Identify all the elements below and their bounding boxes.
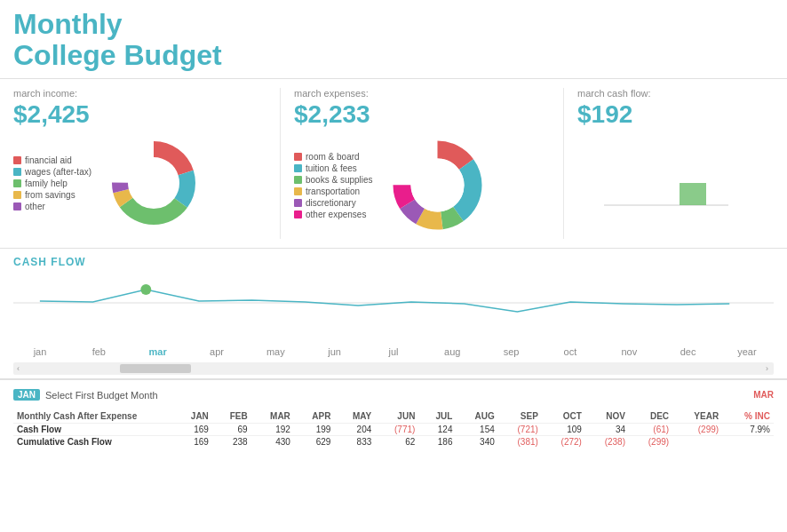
month-nov: nov	[602, 346, 656, 357]
select-month-text: Select First Budget Month	[45, 390, 158, 401]
legend-item: financial aid	[13, 155, 91, 165]
cell-cum-year	[672, 436, 722, 449]
svg-rect-14	[680, 183, 706, 205]
col-header-aug: AUG	[456, 409, 497, 424]
cell-cum-aug: 340	[456, 436, 497, 449]
cell-cashflow-nov: 34	[585, 424, 629, 436]
table-row: Cash Flow 169 69 192 199 204 (771) 124 1…	[13, 424, 774, 436]
cell-cashflow-mar: 192	[251, 424, 294, 436]
month-sep: sep	[485, 346, 538, 357]
row-cashflow-label: Cash Flow	[13, 424, 173, 436]
legend-color	[13, 179, 21, 187]
col-header-year: YEAR	[672, 409, 722, 424]
line-chart-svg	[13, 272, 774, 334]
cell-cum-jan: 169	[173, 436, 212, 449]
cell-cashflow-dec: (61)	[629, 424, 672, 436]
col-header-apr: APR	[294, 409, 335, 424]
month-jun: jun	[308, 346, 362, 357]
expenses-chart-row: room & board tuition & fees books & supp…	[294, 134, 550, 239]
row-cumulative-label: Cumulative Cash Flow	[13, 436, 173, 449]
cell-cum-pct	[722, 436, 774, 449]
legend-item: books & supplies	[294, 175, 373, 185]
legend-item: tuition & fees	[294, 163, 373, 173]
table-row: Cumulative Cash Flow 169 238 430 629 833…	[13, 436, 774, 449]
legend-color	[294, 164, 302, 172]
col-header-feb: FEB	[212, 409, 251, 424]
cell-cum-may: 833	[334, 436, 375, 449]
month-may: may	[249, 346, 302, 357]
legend-color	[13, 202, 21, 210]
cell-cashflow-feb: 69	[212, 424, 251, 436]
scroll-left-arrow[interactable]: ‹	[13, 364, 23, 373]
income-label: march income:	[13, 88, 280, 99]
line-chart-area	[13, 272, 774, 343]
cell-cum-sep: (381)	[498, 436, 542, 449]
month-jan: jan	[13, 346, 67, 357]
expenses-panel: march expenses: $2,233 room & board tuit…	[280, 88, 564, 239]
legend-item: room & board	[294, 152, 373, 162]
mar-pct-header: MAR	[753, 390, 774, 400]
table-header-row: JAN Select First Budget Month MAR	[13, 385, 774, 404]
cashflow-amount: $192	[577, 100, 768, 129]
income-panel: march income: $2,425 financial aid wages…	[13, 88, 280, 234]
legend-item: family help	[13, 179, 91, 188]
svg-point-5	[129, 158, 179, 208]
scroll-right-arrow[interactable]: ›	[762, 364, 772, 373]
cell-cum-mar: 430	[251, 436, 294, 449]
cashflow-panel: march cash flow: $192	[564, 88, 768, 234]
col-header-jan: JAN	[173, 409, 212, 424]
month-apr: apr	[190, 346, 243, 357]
cashflow-section: CASH FLOW jan feb mar apr may jun jul au…	[0, 249, 787, 375]
income-donut-chart	[105, 134, 203, 234]
cell-cashflow-pct: 7.9%	[722, 424, 774, 436]
income-chart-row: financial aid wages (after-tax) family h…	[13, 134, 280, 234]
legend-color	[294, 153, 302, 161]
cashflow-bar-chart	[577, 152, 768, 234]
legend-item: from savings	[13, 190, 91, 200]
legend-item: other expenses	[294, 210, 373, 219]
col-header-jun: JUN	[375, 409, 418, 424]
col-header-mar: MAR	[251, 409, 294, 424]
month-feb: feb	[72, 346, 125, 357]
scrollbar[interactable]: ‹ ›	[13, 362, 774, 375]
col-header-sep: SEP	[498, 409, 542, 424]
col-header-label: Monthly Cash After Expense	[13, 409, 173, 424]
cell-cashflow-aug: 154	[456, 424, 497, 436]
cell-cashflow-year: (299)	[672, 424, 722, 436]
legend-color	[13, 191, 21, 199]
legend-item: discretionary	[294, 198, 373, 208]
cell-cashflow-jun: (771)	[375, 424, 418, 436]
cell-cum-jun: 62	[375, 436, 418, 449]
legend-color	[294, 199, 302, 207]
cell-cum-nov: (238)	[585, 436, 629, 449]
table-header: Monthly Cash After Expense JAN FEB MAR A…	[13, 409, 774, 424]
legend-item: other	[13, 202, 91, 211]
legend-color	[294, 210, 302, 218]
legend-item: wages (after-tax)	[13, 167, 91, 177]
cell-cum-jul: 186	[418, 436, 456, 449]
budget-table: Monthly Cash After Expense JAN FEB MAR A…	[13, 409, 774, 448]
scroll-thumb[interactable]	[120, 364, 191, 373]
income-legend: financial aid wages (after-tax) family h…	[13, 155, 91, 213]
months-row: jan feb mar apr may jun jul aug sep oct …	[13, 343, 774, 361]
expenses-donut-chart	[386, 134, 489, 239]
month-jul: jul	[367, 346, 420, 357]
table-section: JAN Select First Budget Month MAR Monthl…	[0, 378, 787, 453]
month-aug: aug	[425, 346, 479, 357]
legend-item: transportation	[294, 187, 373, 196]
charts-section: march income: $2,425 financial aid wages…	[0, 79, 787, 249]
col-header-pctinc: % INC	[722, 409, 774, 424]
legend-color	[294, 187, 302, 195]
col-header-oct: OCT	[542, 409, 585, 424]
cell-cashflow-sep: (721)	[498, 424, 542, 436]
cell-cum-dec: (299)	[629, 436, 672, 449]
cell-cashflow-apr: 199	[294, 424, 335, 436]
cell-cashflow-may: 204	[334, 424, 375, 436]
month-mar[interactable]: mar	[131, 346, 185, 357]
page-title: Monthly College Budget	[13, 9, 774, 71]
month-dec: dec	[662, 346, 715, 357]
cashflow-section-label: CASH FLOW	[13, 256, 774, 268]
income-amount: $2,425	[13, 100, 280, 129]
month-oct: oct	[544, 346, 597, 357]
col-header-may: MAY	[334, 409, 375, 424]
